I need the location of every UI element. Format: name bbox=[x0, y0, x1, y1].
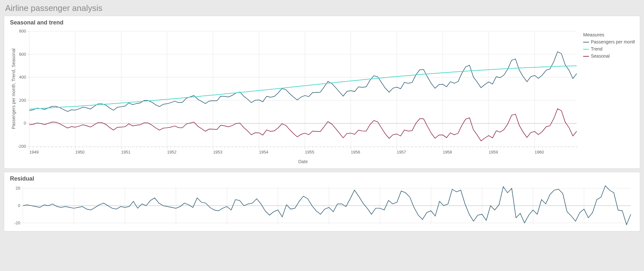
x-tick-label: 1949 bbox=[29, 150, 39, 154]
y-tick-label: 800 bbox=[19, 29, 26, 33]
legend-item: Seasonal bbox=[591, 53, 610, 59]
panel-title-top: Seasonal and trend bbox=[10, 19, 634, 26]
x-tick-label: 1952 bbox=[167, 150, 176, 154]
legend-title: Measures bbox=[583, 32, 604, 37]
x-tick-label: 1960 bbox=[535, 150, 544, 154]
y-tick-label: 0 bbox=[24, 121, 26, 126]
legend-item: Passengers per month bbox=[591, 39, 635, 44]
chart-seasonal-trend: -200020040060080019491950195119521953195… bbox=[10, 27, 635, 166]
y-tick-label: 600 bbox=[19, 52, 26, 57]
y-tick-label: -200 bbox=[18, 144, 26, 149]
x-tick-label: 1956 bbox=[351, 150, 360, 154]
panel-title-bottom: Residual bbox=[10, 175, 634, 182]
x-tick-label: 1950 bbox=[75, 150, 85, 154]
x-axis-label: Date bbox=[298, 159, 308, 164]
y-tick-label: 20 bbox=[16, 186, 20, 191]
series-seasonal bbox=[29, 109, 577, 141]
panel-seasonal-trend: Seasonal and trend -20002004006008001949… bbox=[4, 16, 640, 169]
series-trend bbox=[29, 66, 577, 109]
series-passengers bbox=[29, 52, 577, 112]
y-tick-label: -20 bbox=[14, 220, 20, 225]
chart-legend: MeasuresPassengers per monthTrendSeasona… bbox=[583, 32, 635, 59]
x-tick-label: 1955 bbox=[305, 150, 314, 154]
x-tick-label: 1957 bbox=[397, 150, 406, 154]
y-axis-label: Passengers per month, Trend, Seasonal bbox=[11, 49, 16, 129]
x-tick-label: 1958 bbox=[443, 150, 452, 154]
y-tick-label: 0 bbox=[18, 203, 20, 208]
x-tick-label: 1951 bbox=[121, 150, 130, 154]
x-tick-label: 1953 bbox=[213, 150, 223, 154]
series-residual bbox=[23, 186, 631, 225]
page-title: Airline passenger analysis bbox=[5, 3, 640, 13]
x-tick-label: 1954 bbox=[259, 150, 268, 154]
y-tick-label: 400 bbox=[19, 75, 26, 79]
legend-item: Trend bbox=[591, 46, 602, 51]
panel-residual: Residual -20020 bbox=[4, 172, 640, 231]
chart-residual: -20020 bbox=[10, 183, 635, 229]
y-tick-label: 200 bbox=[19, 98, 26, 103]
x-tick-label: 1959 bbox=[489, 150, 498, 154]
